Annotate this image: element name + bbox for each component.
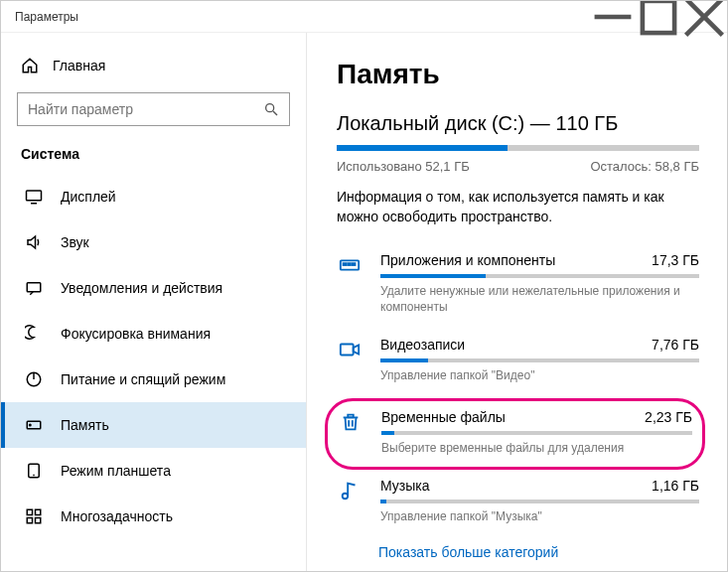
nav-item-sound[interactable]: Звук xyxy=(1,219,306,265)
svg-rect-17 xyxy=(27,518,32,523)
category-bar xyxy=(380,274,699,278)
category-title: Видеозаписи xyxy=(380,337,465,353)
page-title: Память xyxy=(337,59,699,90)
category-sub: Управление папкой "Музыка" xyxy=(380,509,699,525)
svg-rect-18 xyxy=(36,518,41,523)
disk-usage-fill xyxy=(337,145,508,151)
svg-rect-16 xyxy=(36,509,41,514)
apps-icon xyxy=(339,254,361,276)
disk-usage-bar xyxy=(337,145,699,151)
nav-label: Уведомления и действия xyxy=(61,280,222,296)
svg-rect-15 xyxy=(27,509,32,514)
display-icon xyxy=(25,188,43,206)
focus-icon xyxy=(25,325,43,343)
home-label: Главная xyxy=(53,58,105,73)
info-text: Информация о том, как используется памят… xyxy=(337,188,699,226)
nav-label: Память xyxy=(61,417,109,433)
svg-rect-1 xyxy=(643,0,674,32)
category-apps[interactable]: Приложения и компоненты 17,3 ГБ Удалите … xyxy=(337,244,699,329)
used-label: Использовано 52,1 ГБ xyxy=(337,159,470,174)
svg-rect-21 xyxy=(348,263,351,265)
search-box[interactable] xyxy=(17,92,290,126)
svg-rect-23 xyxy=(341,345,354,356)
category-size: 7,76 ГБ xyxy=(652,337,699,353)
nav-item-notifications[interactable]: Уведомления и действия xyxy=(1,265,306,311)
trash-icon xyxy=(340,411,362,433)
category-bar xyxy=(380,500,699,503)
nav-label: Питание и спящий режим xyxy=(61,371,225,387)
storage-icon xyxy=(25,416,43,434)
group-title: Система xyxy=(1,146,306,174)
nav-item-display[interactable]: Дисплей xyxy=(1,174,306,219)
category-bar xyxy=(380,358,699,362)
home-icon xyxy=(21,57,39,74)
nav-label: Дисплей xyxy=(61,189,116,205)
show-more-link[interactable]: Показать больше категорий xyxy=(337,538,699,560)
svg-rect-22 xyxy=(353,263,356,265)
disk-title: Локальный диск (C:) — 110 ГБ xyxy=(337,112,699,135)
free-label: Осталось: 58,8 ГБ xyxy=(590,159,699,174)
video-icon xyxy=(339,339,361,360)
category-title: Музыка xyxy=(380,478,430,494)
content: Память Локальный диск (C:) — 110 ГБ Испо… xyxy=(307,33,727,571)
close-button[interactable] xyxy=(681,1,727,33)
multitasking-icon xyxy=(25,507,43,525)
nav-label: Многозадачность xyxy=(61,508,173,524)
svg-point-4 xyxy=(266,104,274,112)
power-icon xyxy=(25,370,43,388)
nav-item-storage[interactable]: Память xyxy=(1,402,306,448)
search-input[interactable] xyxy=(28,101,263,117)
home-link[interactable]: Главная xyxy=(1,51,306,92)
svg-rect-20 xyxy=(344,263,347,265)
category-size: 2,23 ГБ xyxy=(645,409,692,425)
category-temp-files[interactable]: Временные файлы 2,23 ГБ Выберите временн… xyxy=(325,398,705,470)
nav-label: Звук xyxy=(61,234,89,250)
category-title: Временные файлы xyxy=(381,409,506,425)
category-title: Приложения и компоненты xyxy=(380,252,555,268)
category-size: 1,16 ГБ xyxy=(652,478,699,494)
sidebar: Главная Система Дисплей Звук Уведомления… xyxy=(1,33,307,571)
category-music[interactable]: Музыка 1,16 ГБ Управление папкой "Музыка… xyxy=(337,470,699,539)
nav-item-tablet[interactable]: Режим планшета xyxy=(1,448,306,494)
category-size: 17,3 ГБ xyxy=(652,252,699,268)
window-title: Параметры xyxy=(15,10,78,24)
maximize-button[interactable] xyxy=(636,1,681,33)
svg-rect-8 xyxy=(27,283,41,292)
search-icon xyxy=(263,101,279,117)
category-bar xyxy=(381,431,692,435)
tablet-icon xyxy=(25,462,43,480)
nav-item-multitasking[interactable]: Многозадачность xyxy=(1,494,306,539)
category-sub: Управление папкой "Видео" xyxy=(380,368,699,384)
disk-stats: Использовано 52,1 ГБ Осталось: 58,8 ГБ xyxy=(337,159,699,174)
notifications-icon xyxy=(25,279,43,297)
sound-icon xyxy=(25,233,43,251)
nav-label: Фокусировка внимания xyxy=(61,326,211,342)
nav-item-power[interactable]: Питание и спящий режим xyxy=(1,357,306,402)
svg-rect-6 xyxy=(27,191,42,201)
category-sub: Выберите временные файлы для удаления xyxy=(381,441,692,457)
minimize-button[interactable] xyxy=(590,1,636,33)
category-video[interactable]: Видеозаписи 7,76 ГБ Управление папкой "В… xyxy=(337,329,699,398)
nav-label: Режим планшета xyxy=(61,463,171,479)
svg-line-5 xyxy=(273,111,277,115)
titlebar: Параметры xyxy=(1,1,727,33)
nav-item-focus[interactable]: Фокусировка внимания xyxy=(1,311,306,357)
svg-point-12 xyxy=(30,424,32,426)
music-icon xyxy=(339,480,361,501)
category-sub: Удалите ненужные или нежелательные прило… xyxy=(380,284,699,315)
